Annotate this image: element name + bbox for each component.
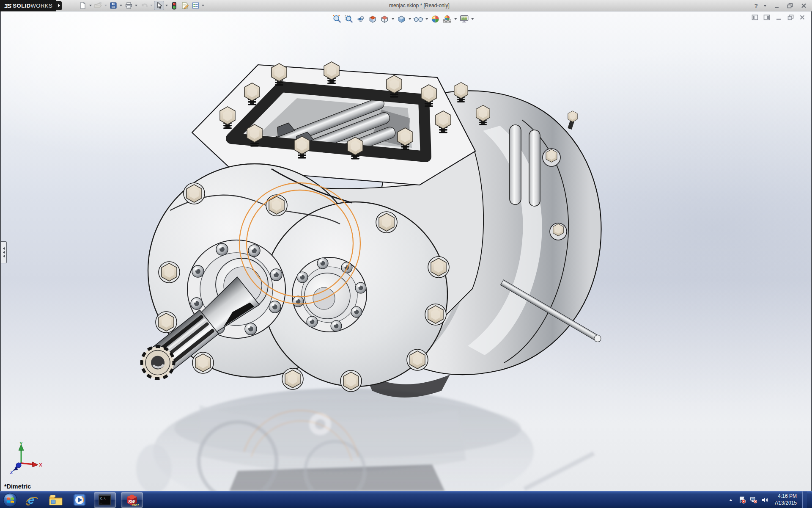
taskbar-solidworks-2015[interactable]: SW 2015 xyxy=(121,492,143,508)
apply-scene-button[interactable] xyxy=(442,14,453,25)
restore-document-icon xyxy=(787,14,794,20)
display-style-icon xyxy=(397,14,406,24)
svg-text:_: _ xyxy=(100,500,102,504)
save-button[interactable] xyxy=(108,1,118,10)
minimize-document-icon xyxy=(776,15,782,20)
select-cursor-icon xyxy=(156,2,163,9)
display-style-button[interactable] xyxy=(396,14,407,25)
hide-show-items-button[interactable] xyxy=(413,14,424,25)
select-button[interactable] xyxy=(154,1,164,10)
taskbar-command-prompt[interactable]: C:\ _ xyxy=(94,492,116,508)
system-tray: 4:16 PM 7/13/2015 xyxy=(727,491,807,508)
zoom-to-area-button[interactable] xyxy=(343,14,354,25)
svg-text:2015: 2015 xyxy=(132,503,139,507)
minimize-button[interactable] xyxy=(772,3,781,9)
rear-lug-bolt xyxy=(546,149,557,162)
help-button[interactable]: ? xyxy=(754,3,758,9)
solidworks-2015-icon: SW 2015 xyxy=(125,493,139,507)
view-orientation-button[interactable] xyxy=(379,14,390,25)
select-dropdown[interactable] xyxy=(165,5,169,6)
axis-y-label: Y xyxy=(19,442,23,446)
close-button[interactable] xyxy=(799,3,808,9)
section-view-button[interactable] xyxy=(367,14,378,25)
rebuild-button[interactable] xyxy=(169,1,179,10)
collapse-pane-left-button[interactable] xyxy=(751,14,759,21)
taskbar-media-player[interactable] xyxy=(70,492,89,508)
window-controls: ? xyxy=(754,0,808,11)
minimize-document-button[interactable] xyxy=(775,14,782,21)
help-dropdown[interactable] xyxy=(763,5,767,7)
folder-icon xyxy=(49,494,63,506)
options-button[interactable] xyxy=(190,1,200,10)
new-document-icon xyxy=(79,2,87,9)
view-orientation-dropdown[interactable] xyxy=(391,18,395,20)
orientation-triad: Y X Z xyxy=(8,442,43,475)
internet-explorer-icon: e xyxy=(25,493,39,507)
new-document-button[interactable] xyxy=(78,1,88,10)
volume-icon[interactable] xyxy=(761,496,769,504)
feature-manager-collapsed-tab[interactable] xyxy=(1,241,7,263)
close-document-button[interactable] xyxy=(798,14,806,21)
display-style-dropdown[interactable] xyxy=(408,18,412,20)
file-properties-button[interactable] xyxy=(180,1,190,10)
previous-view-button[interactable] xyxy=(355,14,366,25)
edit-appearance-button[interactable] xyxy=(430,14,441,25)
view-settings-dropdown[interactable] xyxy=(470,18,475,20)
axis-x-label: X xyxy=(39,462,42,467)
menu-expand-arrow[interactable] xyxy=(56,1,62,10)
save-dropdown[interactable] xyxy=(119,5,123,6)
chevron-left-icon xyxy=(3,251,5,254)
view-settings-button[interactable] xyxy=(458,14,469,25)
eyeglasses-icon xyxy=(413,14,423,24)
restore-button[interactable] xyxy=(786,3,794,9)
chevron-left-icon xyxy=(3,255,5,257)
print-dropdown[interactable] xyxy=(134,5,138,6)
open-dropdown[interactable] xyxy=(104,5,108,6)
tray-time: 4:16 PM xyxy=(774,493,797,500)
zoom-to-area-icon xyxy=(344,14,354,24)
windows-taskbar: e C:\ xyxy=(0,491,812,508)
show-hidden-icons-button[interactable] xyxy=(727,496,735,504)
tray-clock[interactable]: 4:16 PM 7/13/2015 xyxy=(773,493,797,506)
show-desktop-button[interactable] xyxy=(802,491,807,508)
gearbox-model[interactable] xyxy=(1,11,811,491)
windows-logo-icon xyxy=(3,492,18,508)
undo-dropdown[interactable] xyxy=(149,5,154,6)
taskbar-file-explorer[interactable] xyxy=(47,492,65,508)
pane-left-icon xyxy=(752,14,758,20)
titlebar: 3S SOLIDWORKS xyxy=(0,0,812,11)
file-properties-icon xyxy=(181,2,189,9)
undo-button[interactable] xyxy=(139,1,149,10)
zoom-to-fit-icon xyxy=(332,14,342,24)
hide-show-items-dropdown[interactable] xyxy=(425,18,429,20)
appearance-ball-icon xyxy=(431,14,440,24)
minimize-icon xyxy=(774,3,779,8)
model-reflection xyxy=(136,388,594,491)
up-arrow-icon xyxy=(729,499,732,501)
cover-plate-flange[interactable] xyxy=(292,257,367,332)
open-button[interactable] xyxy=(93,1,103,10)
view-orientation-icon xyxy=(380,14,389,24)
zoom-to-fit-button[interactable] xyxy=(332,14,343,25)
new-document-dropdown[interactable] xyxy=(88,5,93,6)
options-icon xyxy=(192,2,200,9)
headsup-view-toolbar xyxy=(332,14,475,25)
taskbar-internet-explorer[interactable]: e xyxy=(23,492,41,508)
print-button[interactable] xyxy=(123,1,134,10)
view-settings-icon xyxy=(459,14,469,24)
collapse-pane-right-button[interactable] xyxy=(763,14,771,21)
options-dropdown[interactable] xyxy=(201,5,205,6)
dassault-3ds-logo-mark: 3S xyxy=(4,2,11,9)
window-title: menjac sklop * [Read-only] xyxy=(389,3,450,8)
apply-scene-icon xyxy=(442,14,452,24)
command-prompt-icon: C:\ _ xyxy=(98,494,112,506)
solidworks-window: 3S SOLIDWORKS xyxy=(0,0,812,508)
apply-scene-dropdown[interactable] xyxy=(453,18,458,20)
graphics-viewport[interactable]: Y X Z *Dimetric xyxy=(0,11,812,491)
print-icon xyxy=(125,2,133,9)
start-button[interactable] xyxy=(0,491,20,508)
action-center-icon[interactable] xyxy=(738,496,746,504)
section-view-icon xyxy=(368,14,377,24)
network-status-icon[interactable] xyxy=(750,496,757,504)
restore-document-button[interactable] xyxy=(787,14,794,21)
